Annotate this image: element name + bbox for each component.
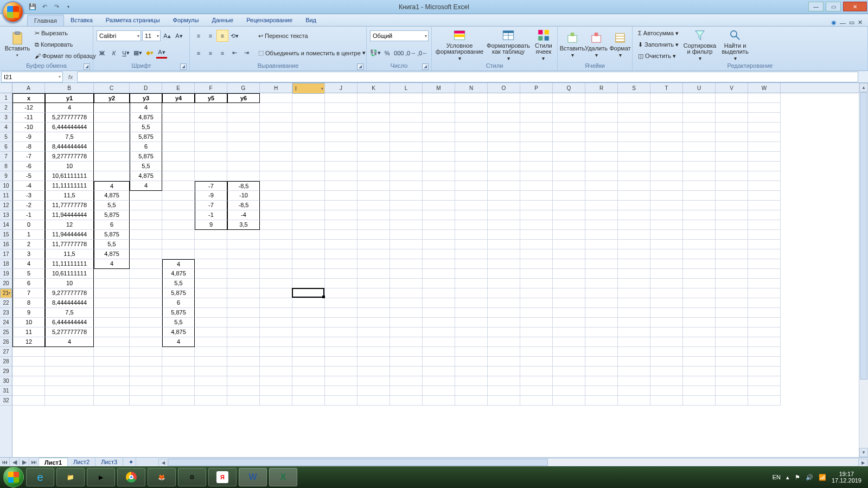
align-dialog-icon[interactable]: ◢ [357, 63, 363, 70]
row-header-25[interactable]: 25 [0, 328, 12, 337]
language-indicator[interactable]: EN [773, 474, 781, 480]
clear-button[interactable]: ◫Очистить ▾ [636, 50, 681, 61]
sort-filter-button[interactable]: Сортировка и фильтр▾ [682, 27, 718, 62]
copy-button[interactable]: ⧉Копировать [33, 39, 98, 50]
row-header-19[interactable]: 19 [0, 269, 12, 279]
row-header-27[interactable]: 27 [0, 347, 12, 357]
bold-button[interactable]: Ж [97, 48, 107, 59]
decrease-indent-icon[interactable]: ⇤ [229, 48, 240, 59]
tray-volume-icon[interactable]: 🔊 [806, 474, 813, 481]
increase-decimal-icon[interactable]: ,0→ [405, 48, 416, 59]
grow-font-icon[interactable]: A▴ [162, 30, 173, 41]
new-sheet-button[interactable]: ✦ [123, 458, 136, 467]
col-header-A[interactable]: A [12, 83, 45, 93]
save-icon[interactable]: 💾 [27, 2, 38, 12]
fill-color-button[interactable]: ◆▾ [144, 48, 155, 59]
sheet-prev-icon[interactable]: ◀ [10, 458, 20, 466]
tab-Главная[interactable]: Главная [27, 15, 64, 26]
row-header-26[interactable]: 26 [0, 337, 12, 347]
horizontal-scrollbar[interactable]: ◀▶ [158, 458, 868, 466]
number-dialog-icon[interactable]: ◢ [422, 63, 429, 70]
sheet-tab-Лист1[interactable]: Лист1 [39, 458, 68, 467]
font-color-button[interactable]: A▾ [156, 48, 167, 59]
shrink-font-icon[interactable]: A▾ [174, 30, 184, 41]
vertical-scrollbar[interactable]: ▲ ▼ [859, 83, 868, 457]
select-all-corner[interactable] [0, 83, 12, 93]
orientation-icon[interactable]: ⟲▾ [229, 30, 240, 41]
clipboard-dialog-icon[interactable]: ◢ [84, 63, 90, 70]
row-header-30[interactable]: 30 [0, 376, 12, 386]
tab-Вид[interactable]: Вид [299, 15, 323, 26]
col-header-K[interactable]: K [358, 83, 390, 93]
col-header-R[interactable]: R [585, 83, 618, 93]
taskbar-chrome-icon[interactable] [117, 468, 145, 486]
row-header-32[interactable]: 32 [0, 396, 12, 406]
tab-Вставка[interactable]: Вставка [64, 15, 99, 26]
row-header-11[interactable]: 11 [0, 191, 12, 201]
cells-area[interactable]: xy1y2y3y4y5y6-1244-115,2777777784,875-10… [12, 93, 868, 406]
start-button[interactable] [3, 467, 24, 487]
cell-styles-button[interactable]: Стили ячеек▾ [533, 27, 554, 62]
col-header-U[interactable]: U [683, 83, 716, 93]
tab-Данные[interactable]: Данные [205, 15, 240, 26]
row-header-3[interactable]: 3 [0, 113, 12, 123]
align-middle-icon[interactable]: ≡ [205, 30, 216, 41]
tab-Рецензирование[interactable]: Рецензирование [240, 15, 299, 26]
row-header-10[interactable]: 10 [0, 181, 12, 191]
font-name-select[interactable]: Calibri [97, 30, 141, 41]
row-header-2[interactable]: 2 [0, 103, 12, 113]
col-header-V[interactable]: V [716, 83, 748, 93]
hscroll-right-icon[interactable]: ▶ [858, 459, 867, 467]
col-header-F[interactable]: F [195, 83, 227, 93]
row-header-15[interactable]: 15 [0, 230, 12, 240]
taskbar-explorer-icon[interactable]: 📁 [56, 468, 85, 486]
qat-more-icon[interactable]: ▾ [63, 2, 74, 12]
name-box[interactable]: I21 [1, 72, 63, 82]
taskbar-yandex-icon[interactable]: Я [208, 468, 237, 486]
col-header-J[interactable]: J [325, 83, 358, 93]
scroll-down-icon[interactable]: ▼ [859, 448, 868, 457]
sheet-tab-Лист3[interactable]: Лист3 [95, 458, 123, 467]
col-header-S[interactable]: S [618, 83, 650, 93]
sheet-tab-Лист2[interactable]: Лист2 [68, 458, 95, 467]
underline-button[interactable]: Ч▾ [120, 48, 131, 59]
col-header-P[interactable]: P [520, 83, 553, 93]
row-header-24[interactable]: 24 [0, 318, 12, 328]
merge-center-button[interactable]: ⬚Объединить и поместить в центре ▾ [256, 48, 368, 59]
fill-button[interactable]: ⬇Заполнить ▾ [636, 39, 681, 50]
doc-restore-icon[interactable]: ▭ [849, 19, 854, 26]
sheet-next-icon[interactable]: ▶ [20, 458, 29, 466]
tab-Формулы[interactable]: Формулы [167, 15, 206, 26]
align-left-icon[interactable]: ≡ [193, 48, 204, 59]
align-top-icon[interactable]: ≡ [193, 30, 204, 41]
percent-icon[interactable]: % [382, 48, 393, 59]
increase-indent-icon[interactable]: ⇥ [241, 48, 252, 59]
ribbon-minimize-icon[interactable]: — [840, 20, 846, 26]
col-header-I[interactable]: I [292, 83, 325, 94]
fx-icon[interactable]: fx [64, 74, 77, 80]
row-header-5[interactable]: 5 [0, 132, 12, 142]
delete-cells-button[interactable]: Удалить▾ [585, 30, 608, 59]
row-headers[interactable]: 1234567891011121314151617181920212223242… [0, 83, 12, 457]
taskbar-excel-icon[interactable]: X [269, 468, 297, 486]
row-header-23[interactable]: 23 [0, 308, 12, 318]
taskbar-ie-icon[interactable]: e [26, 468, 54, 486]
format-cells-button[interactable]: Формат▾ [609, 30, 631, 59]
col-header-N[interactable]: N [455, 83, 488, 93]
number-format-select[interactable]: Общий [370, 30, 429, 41]
column-headers[interactable]: ABCDEFGHIJKLMNOPQRSTUVW [12, 83, 868, 93]
sheet-first-icon[interactable]: ⏮ [0, 458, 10, 466]
col-header-M[interactable]: M [423, 83, 455, 93]
taskbar-media-icon[interactable]: ▶ [87, 468, 115, 486]
doc-close-icon[interactable]: ✕ [858, 19, 863, 26]
row-header-14[interactable]: 14 [0, 220, 12, 230]
taskbar-firefox-icon[interactable]: 🦊 [148, 468, 176, 486]
row-header-20[interactable]: 20 [0, 279, 12, 288]
find-select-button[interactable]: Найти и выделить▾ [719, 27, 751, 62]
col-header-H[interactable]: H [260, 83, 292, 93]
taskbar-app-icon[interactable]: ⚙ [178, 468, 206, 486]
borders-button[interactable]: ▦▾ [132, 48, 143, 59]
col-header-E[interactable]: E [162, 83, 195, 93]
row-header-1[interactable]: 1 [0, 93, 12, 103]
row-header-21[interactable]: 21 [0, 288, 12, 298]
